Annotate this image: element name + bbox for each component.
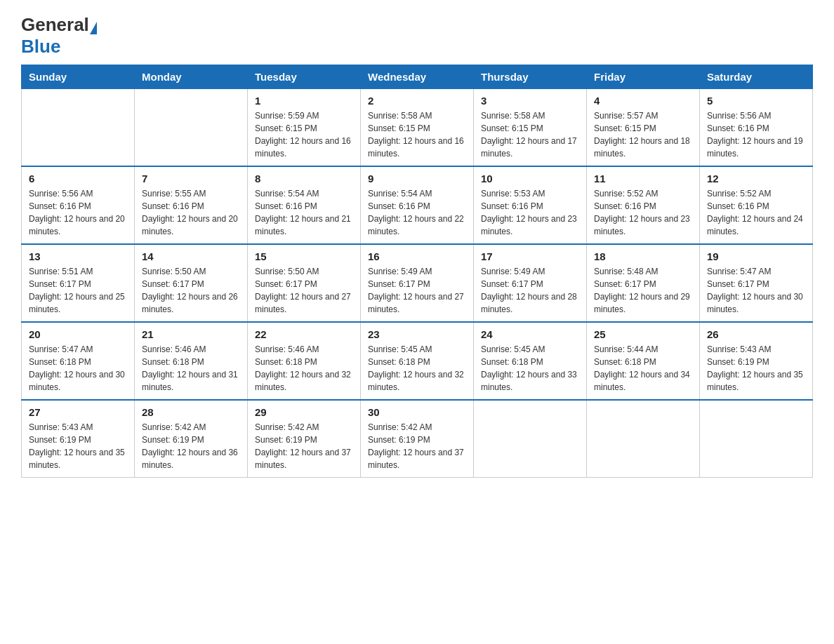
sun-info: Sunrise: 5:49 AMSunset: 6:17 PMDaylight:…	[481, 265, 579, 316]
calendar-cell	[587, 400, 700, 478]
calendar-cell: 30Sunrise: 5:42 AMSunset: 6:19 PMDayligh…	[361, 400, 474, 478]
calendar-cell: 23Sunrise: 5:45 AMSunset: 6:18 PMDayligh…	[361, 322, 474, 400]
calendar-week-row: 13Sunrise: 5:51 AMSunset: 6:17 PMDayligh…	[22, 244, 813, 322]
calendar-cell: 10Sunrise: 5:53 AMSunset: 6:16 PMDayligh…	[474, 166, 587, 244]
calendar-cell: 25Sunrise: 5:44 AMSunset: 6:18 PMDayligh…	[587, 322, 700, 400]
calendar-week-row: 6Sunrise: 5:56 AMSunset: 6:16 PMDaylight…	[22, 166, 813, 244]
day-number: 10	[481, 173, 579, 185]
calendar-cell: 19Sunrise: 5:47 AMSunset: 6:17 PMDayligh…	[700, 244, 813, 322]
sun-info: Sunrise: 5:55 AMSunset: 6:16 PMDaylight:…	[142, 187, 240, 238]
sun-info: Sunrise: 5:46 AMSunset: 6:18 PMDaylight:…	[255, 343, 353, 394]
sun-info: Sunrise: 5:54 AMSunset: 6:16 PMDaylight:…	[368, 187, 466, 238]
day-number: 29	[255, 406, 353, 418]
sun-info: Sunrise: 5:52 AMSunset: 6:16 PMDaylight:…	[707, 187, 805, 238]
calendar-cell: 21Sunrise: 5:46 AMSunset: 6:18 PMDayligh…	[135, 322, 248, 400]
calendar-cell: 13Sunrise: 5:51 AMSunset: 6:17 PMDayligh…	[22, 244, 135, 322]
calendar-week-row: 20Sunrise: 5:47 AMSunset: 6:18 PMDayligh…	[22, 322, 813, 400]
calendar-cell: 4Sunrise: 5:57 AMSunset: 6:15 PMDaylight…	[587, 89, 700, 167]
calendar-week-row: 1Sunrise: 5:59 AMSunset: 6:15 PMDaylight…	[22, 89, 813, 167]
calendar-cell: 14Sunrise: 5:50 AMSunset: 6:17 PMDayligh…	[135, 244, 248, 322]
page-header: General Blue	[21, 14, 813, 58]
calendar-cell: 11Sunrise: 5:52 AMSunset: 6:16 PMDayligh…	[587, 166, 700, 244]
calendar-cell: 17Sunrise: 5:49 AMSunset: 6:17 PMDayligh…	[474, 244, 587, 322]
day-number: 18	[594, 250, 692, 262]
sun-info: Sunrise: 5:57 AMSunset: 6:15 PMDaylight:…	[594, 109, 692, 160]
day-number: 7	[142, 173, 240, 185]
col-header-wednesday: Wednesday	[361, 65, 474, 89]
sun-info: Sunrise: 5:58 AMSunset: 6:15 PMDaylight:…	[368, 109, 466, 160]
calendar-cell: 26Sunrise: 5:43 AMSunset: 6:19 PMDayligh…	[700, 322, 813, 400]
day-number: 21	[142, 328, 240, 340]
sun-info: Sunrise: 5:56 AMSunset: 6:16 PMDaylight:…	[707, 109, 805, 160]
calendar-cell: 24Sunrise: 5:45 AMSunset: 6:18 PMDayligh…	[474, 322, 587, 400]
day-number: 23	[368, 328, 466, 340]
sun-info: Sunrise: 5:51 AMSunset: 6:17 PMDaylight:…	[29, 265, 127, 316]
col-header-friday: Friday	[587, 65, 700, 89]
sun-info: Sunrise: 5:49 AMSunset: 6:17 PMDaylight:…	[368, 265, 466, 316]
calendar-cell: 5Sunrise: 5:56 AMSunset: 6:16 PMDaylight…	[700, 89, 813, 167]
col-header-thursday: Thursday	[474, 65, 587, 89]
calendar-cell: 7Sunrise: 5:55 AMSunset: 6:16 PMDaylight…	[135, 166, 248, 244]
sun-info: Sunrise: 5:48 AMSunset: 6:17 PMDaylight:…	[594, 265, 692, 316]
logo: General Blue	[21, 14, 98, 58]
col-header-sunday: Sunday	[22, 65, 135, 89]
logo-triangle-icon	[90, 22, 97, 34]
day-number: 15	[255, 250, 353, 262]
day-number: 16	[368, 250, 466, 262]
day-number: 13	[29, 250, 127, 262]
calendar-cell: 12Sunrise: 5:52 AMSunset: 6:16 PMDayligh…	[700, 166, 813, 244]
day-number: 8	[255, 173, 353, 185]
day-number: 27	[29, 406, 127, 418]
sun-info: Sunrise: 5:45 AMSunset: 6:18 PMDaylight:…	[481, 343, 579, 394]
day-number: 24	[481, 328, 579, 340]
sun-info: Sunrise: 5:42 AMSunset: 6:19 PMDaylight:…	[368, 421, 466, 471]
day-number: 5	[707, 95, 805, 107]
col-header-tuesday: Tuesday	[248, 65, 361, 89]
day-number: 30	[368, 406, 466, 418]
sun-info: Sunrise: 5:42 AMSunset: 6:19 PMDaylight:…	[255, 421, 353, 471]
day-number: 28	[142, 406, 240, 418]
calendar-cell: 22Sunrise: 5:46 AMSunset: 6:18 PMDayligh…	[248, 322, 361, 400]
calendar-cell: 29Sunrise: 5:42 AMSunset: 6:19 PMDayligh…	[248, 400, 361, 478]
col-header-saturday: Saturday	[700, 65, 813, 89]
sun-info: Sunrise: 5:50 AMSunset: 6:17 PMDaylight:…	[255, 265, 353, 316]
sun-info: Sunrise: 5:52 AMSunset: 6:16 PMDaylight:…	[594, 187, 692, 238]
calendar-cell: 27Sunrise: 5:43 AMSunset: 6:19 PMDayligh…	[22, 400, 135, 478]
sun-info: Sunrise: 5:50 AMSunset: 6:17 PMDaylight:…	[142, 265, 240, 316]
calendar-cell: 20Sunrise: 5:47 AMSunset: 6:18 PMDayligh…	[22, 322, 135, 400]
day-number: 14	[142, 250, 240, 262]
calendar-cell: 16Sunrise: 5:49 AMSunset: 6:17 PMDayligh…	[361, 244, 474, 322]
day-number: 4	[594, 95, 692, 107]
sun-info: Sunrise: 5:43 AMSunset: 6:19 PMDaylight:…	[29, 421, 127, 471]
day-number: 17	[481, 250, 579, 262]
day-number: 22	[255, 328, 353, 340]
sun-info: Sunrise: 5:46 AMSunset: 6:18 PMDaylight:…	[142, 343, 240, 394]
calendar-cell: 2Sunrise: 5:58 AMSunset: 6:15 PMDaylight…	[361, 89, 474, 167]
sun-info: Sunrise: 5:59 AMSunset: 6:15 PMDaylight:…	[255, 109, 353, 160]
calendar-week-row: 27Sunrise: 5:43 AMSunset: 6:19 PMDayligh…	[22, 400, 813, 478]
day-number: 19	[707, 250, 805, 262]
calendar-cell: 6Sunrise: 5:56 AMSunset: 6:16 PMDaylight…	[22, 166, 135, 244]
sun-info: Sunrise: 5:58 AMSunset: 6:15 PMDaylight:…	[481, 109, 579, 160]
sun-info: Sunrise: 5:42 AMSunset: 6:19 PMDaylight:…	[142, 421, 240, 471]
day-number: 25	[594, 328, 692, 340]
calendar-cell: 18Sunrise: 5:48 AMSunset: 6:17 PMDayligh…	[587, 244, 700, 322]
day-number: 26	[707, 328, 805, 340]
day-number: 3	[481, 95, 579, 107]
sun-info: Sunrise: 5:43 AMSunset: 6:19 PMDaylight:…	[707, 343, 805, 394]
sun-info: Sunrise: 5:56 AMSunset: 6:16 PMDaylight:…	[29, 187, 127, 238]
calendar-header-row: SundayMondayTuesdayWednesdayThursdayFrid…	[22, 65, 813, 89]
day-number: 2	[368, 95, 466, 107]
calendar-cell: 8Sunrise: 5:54 AMSunset: 6:16 PMDaylight…	[248, 166, 361, 244]
calendar-cell: 3Sunrise: 5:58 AMSunset: 6:15 PMDaylight…	[474, 89, 587, 167]
calendar-cell: 9Sunrise: 5:54 AMSunset: 6:16 PMDaylight…	[361, 166, 474, 244]
calendar-cell: 1Sunrise: 5:59 AMSunset: 6:15 PMDaylight…	[248, 89, 361, 167]
sun-info: Sunrise: 5:44 AMSunset: 6:18 PMDaylight:…	[594, 343, 692, 394]
col-header-monday: Monday	[135, 65, 248, 89]
day-number: 1	[255, 95, 353, 107]
day-number: 20	[29, 328, 127, 340]
sun-info: Sunrise: 5:45 AMSunset: 6:18 PMDaylight:…	[368, 343, 466, 394]
day-number: 11	[594, 173, 692, 185]
calendar-cell: 15Sunrise: 5:50 AMSunset: 6:17 PMDayligh…	[248, 244, 361, 322]
calendar-cell	[474, 400, 587, 478]
